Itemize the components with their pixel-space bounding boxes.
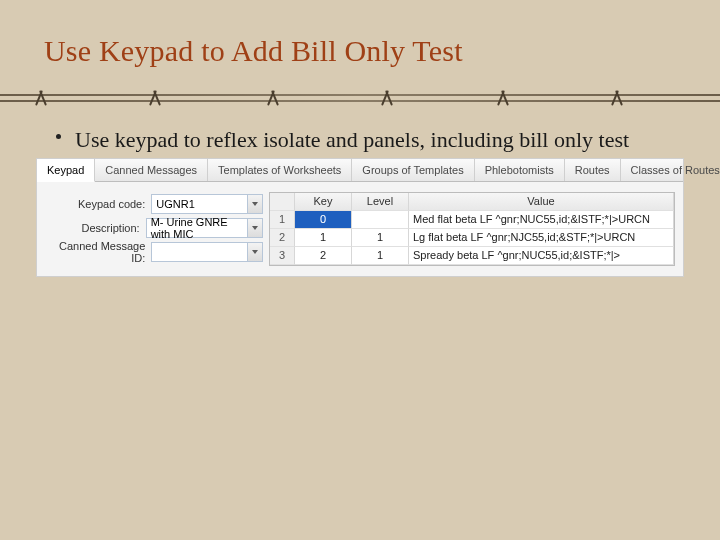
barbed-wire-divider (0, 82, 720, 112)
grid-row[interactable]: 2 1 1 Lg flat beta LF ^gnr;NJC55,id;&STF… (270, 229, 674, 247)
chevron-down-icon[interactable] (247, 243, 262, 261)
keypad-grid[interactable]: Key Level Value 1 0 Med flat beta LF ^gn… (269, 192, 675, 266)
screenshot-panel: Keypad Canned Messages Templates of Work… (36, 158, 684, 277)
form-area: Keypad code: UGNR1 Description: M- Urine… (37, 182, 683, 276)
grid-cell-key[interactable]: 0 (295, 211, 352, 229)
description-label: Description: (45, 222, 146, 234)
tab-strip: Keypad Canned Messages Templates of Work… (37, 159, 683, 182)
description-value: M- Urine GNRE with MIC (151, 216, 248, 240)
canned-message-id-label: Canned Message ID: (45, 240, 151, 264)
chevron-down-icon[interactable] (247, 195, 262, 213)
grid-row-number: 3 (270, 247, 295, 265)
grid-cell-value[interactable]: Lg flat beta LF ^gnr;NJC55,id;&STF;*|>UR… (409, 229, 674, 247)
grid-header-value[interactable]: Value (409, 193, 674, 211)
slide: Use Keypad to Add Bill Only Test Use key… (0, 0, 720, 540)
form-left: Keypad code: UGNR1 Description: M- Urine… (45, 192, 263, 266)
grid-cell-key[interactable]: 1 (295, 229, 352, 247)
slide-title: Use Keypad to Add Bill Only Test (0, 0, 720, 68)
grid-row[interactable]: 1 0 Med flat beta LF ^gnr;NUC55,id;&ISTF… (270, 211, 674, 229)
tab-templates-of-worksheets[interactable]: Templates of Worksheets (208, 159, 352, 181)
grid-header-row: Key Level Value (270, 193, 674, 211)
tab-phlebotomists[interactable]: Phlebotomists (475, 159, 565, 181)
grid-header-blank (270, 193, 295, 211)
grid-row-number: 1 (270, 211, 295, 229)
tab-keypad[interactable]: Keypad (37, 159, 95, 182)
grid-header-key[interactable]: Key (295, 193, 352, 211)
bullet-item: Use keypad to reflex isolate and panels,… (0, 112, 720, 154)
grid-header-level[interactable]: Level (352, 193, 409, 211)
grid-cell-level[interactable]: 1 (352, 229, 409, 247)
grid-row[interactable]: 3 2 1 Spready beta LF ^gnr;NUC55,id;&IST… (270, 247, 674, 265)
grid-cell-key[interactable]: 2 (295, 247, 352, 265)
grid-row-number: 2 (270, 229, 295, 247)
keypad-code-value: UGNR1 (156, 198, 195, 210)
tab-classes-of-routes[interactable]: Classes of Routes (621, 159, 720, 181)
tab-canned-messages[interactable]: Canned Messages (95, 159, 208, 181)
bullet-text: Use keypad to reflex isolate and panels,… (75, 126, 629, 154)
keypad-code-label: Keypad code: (45, 198, 151, 210)
grid-cell-level[interactable] (352, 211, 409, 229)
description-combo[interactable]: M- Urine GNRE with MIC (146, 218, 263, 238)
tab-routes[interactable]: Routes (565, 159, 621, 181)
tab-groups-of-templates[interactable]: Groups of Templates (352, 159, 474, 181)
canned-message-id-combo[interactable] (151, 242, 263, 262)
grid-cell-value[interactable]: Med flat beta LF ^gnr;NUC55,id;&ISTF;*|>… (409, 211, 674, 229)
grid-cell-level[interactable]: 1 (352, 247, 409, 265)
chevron-down-icon[interactable] (247, 219, 262, 237)
bullet-dot-icon (56, 134, 61, 139)
grid-cell-value[interactable]: Spready beta LF ^gnr;NUC55,id;&ISTF;*|> (409, 247, 674, 265)
keypad-code-combo[interactable]: UGNR1 (151, 194, 263, 214)
